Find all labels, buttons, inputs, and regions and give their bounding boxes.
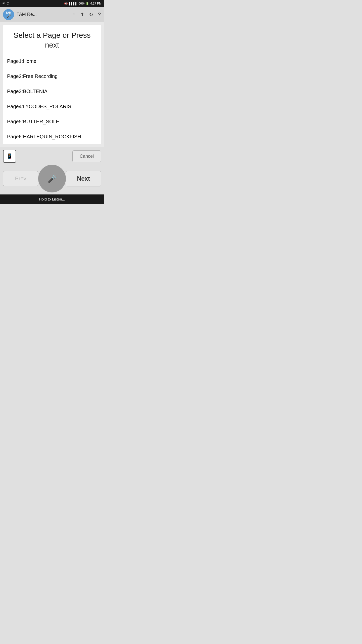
list-item[interactable]: Page3:BOLTENIA xyxy=(3,84,101,99)
page-list[interactable]: Page1:Home Page2:Free Recording Page3:BO… xyxy=(3,54,101,144)
battery-icon: 🔋 xyxy=(85,2,89,5)
mic-logo-icon: 🎤 xyxy=(7,14,11,18)
cancel-button[interactable]: Cancel xyxy=(72,150,101,162)
content-area: Select a Page or Press next Page1:Home P… xyxy=(0,22,104,147)
mic-center-icon: 🎤 xyxy=(48,174,57,183)
refresh-icon[interactable]: ↻ xyxy=(89,12,93,18)
app-title: TAM Re... xyxy=(17,12,70,17)
bottom-row-top: 📱 Cancel xyxy=(3,150,101,163)
app-logo: TAM 🎤 xyxy=(3,9,14,20)
battery-percent: 66% xyxy=(78,2,84,5)
signal-icon: ▌▌▌▌ xyxy=(69,2,77,5)
logo-text: TAM xyxy=(6,11,11,14)
list-item[interactable]: Page4:LYCODES_POLARIS xyxy=(3,99,101,114)
mail-icon: ✉ xyxy=(3,2,5,5)
upload-icon[interactable]: ⬆ xyxy=(80,12,84,18)
dialog-title: Select a Page or Press next xyxy=(3,25,101,54)
list-item[interactable]: Page5:BUTTER_SOLE xyxy=(3,114,101,129)
mic-center-button[interactable]: 🎤 xyxy=(38,165,66,192)
hold-to-listen-bar[interactable]: Hold to Listen... xyxy=(0,194,104,204)
hold-to-listen-label: Hold to Listen... xyxy=(39,197,65,201)
mic-device-button[interactable]: 📱 xyxy=(3,150,16,163)
app-bar-actions: ⌂ ⬆ ↻ ? xyxy=(72,11,101,18)
list-item-partial[interactable]: Page6:HARLEQUIN_ROCKFISH xyxy=(3,129,101,144)
prev-button[interactable]: Prev xyxy=(3,171,38,186)
page-select-dialog: Select a Page or Press next Page1:Home P… xyxy=(3,25,101,144)
help-icon[interactable]: ? xyxy=(98,11,101,18)
mic-device-icon: 📱 xyxy=(7,153,13,159)
status-bar: ✉ ⏱ 🔇 ▌▌▌▌ 66% 🔋 4:27 PM xyxy=(0,0,104,7)
bottom-row-main: Prev 🎤 Next xyxy=(3,165,101,192)
app-bar: TAM 🎤 TAM Re... ⌂ ⬆ ↻ ? xyxy=(0,7,104,22)
next-button[interactable]: Next xyxy=(66,171,101,186)
mute-icon: 🔇 xyxy=(64,2,68,5)
clock: 4:27 PM xyxy=(90,2,102,5)
status-right-info: 🔇 ▌▌▌▌ 66% 🔋 4:27 PM xyxy=(64,2,102,5)
status-left-icons: ✉ ⏱ xyxy=(3,2,10,5)
list-item[interactable]: Page2:Free Recording xyxy=(3,69,101,84)
list-item[interactable]: Page1:Home xyxy=(3,54,101,69)
bottom-bar: 📱 Cancel Prev 🎤 Next xyxy=(0,147,104,194)
alarm-icon: ⏱ xyxy=(7,2,10,5)
home-icon[interactable]: ⌂ xyxy=(72,12,75,17)
